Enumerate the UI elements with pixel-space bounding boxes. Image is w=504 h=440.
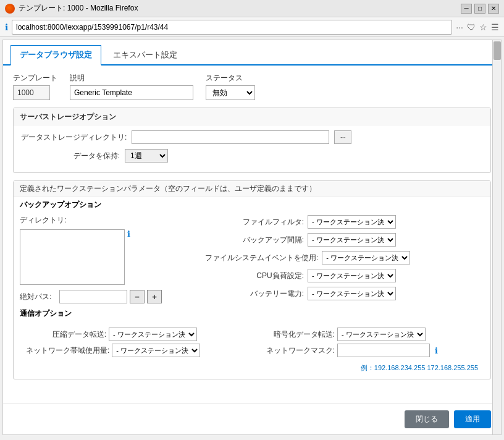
abs-path-row: 絶対パス: − + — [20, 290, 199, 303]
cpu-row: CPU負荷設定: - ワークステーション決 有効 無効 — [205, 269, 484, 282]
abs-path-label: 絶対パス: — [20, 292, 57, 302]
description-field: 説明 — [70, 73, 193, 100]
compress-row: 圧縮データ転送: - ワークステーション決 有効 無効 — [26, 328, 250, 341]
retain-label: データを保持: — [21, 151, 120, 161]
scrollbar-thumb[interactable] — [494, 41, 501, 60]
template-label: テンプレート — [13, 73, 57, 83]
description-label: 説明 — [70, 73, 193, 83]
info-icon: ℹ — [5, 22, 8, 32]
comms-grid: 圧縮データ転送: - ワークステーション決 有効 無効 暗号化データ転送: - … — [20, 323, 484, 362]
network-usage-label: ネットワーク帯域使用量: — [26, 345, 109, 356]
backup-interval-label: バックアップ間隔: — [205, 235, 304, 245]
firefox-icon — [5, 4, 15, 14]
directory-row: データストレージディレクトリ: ··· — [21, 130, 483, 144]
bookmark-icon[interactable]: 🛡 — [467, 22, 476, 32]
comms-title: 通信オプション — [20, 308, 484, 319]
backup-interval-row: バックアップ間隔: - ワークステーション決 有効 無効 — [205, 233, 484, 247]
tab-data-browser[interactable]: データブラウザ設定 — [10, 45, 101, 66]
backup-options: ディレクトリ: ℹ 絶対パス: − + ファイルフィルタ: — [14, 210, 490, 308]
server-storage-title: サーバストレージオプション — [14, 108, 490, 125]
window-title: テンプレート: 1000 - Mozilla Firefox — [19, 3, 138, 14]
encrypt-select[interactable]: - ワークステーション決 有効 無効 — [337, 328, 426, 341]
backup-left: ディレクトリ: ℹ 絶対パス: − + — [20, 215, 199, 303]
close-btn[interactable]: 閉じる — [405, 410, 449, 428]
server-storage-section: サーバストレージオプション データストレージディレクトリ: ··· データを保持… — [13, 108, 491, 173]
network-mask-input[interactable] — [337, 344, 430, 357]
cpu-select[interactable]: - ワークステーション決 有効 無効 — [308, 269, 396, 282]
scrollbar[interactable] — [492, 40, 501, 434]
form-area: テンプレート 説明 ステータス 無効 有効 サーバストレージオプション — [3, 66, 501, 425]
header-row: テンプレート 説明 ステータス 無効 有効 — [13, 73, 491, 100]
compress-label: 圧縮データ転送: — [26, 329, 106, 340]
abs-path-input[interactable] — [59, 290, 127, 303]
filesystem-row: ファイルシステムイベントを使用: - ワークステーション決 有効 無効 — [205, 251, 484, 264]
directory-label: データストレージディレクトリ: — [21, 132, 127, 143]
directory-label-ws: ディレクトリ: — [20, 215, 199, 226]
network-mask-row: ネットワークマスク: ℹ — [254, 344, 478, 357]
title-bar: テンプレート: 1000 - Mozilla Firefox ─ □ ✕ — [0, 0, 504, 17]
bottom-bar: 閉じる 適用 — [3, 404, 501, 434]
server-storage-content: データストレージディレクトリ: ··· データを保持: 1週 2週 1ヶ月 3ヶ… — [14, 125, 490, 172]
filesystem-select[interactable]: - ワークステーション決 有効 無効 — [322, 251, 410, 264]
compress-select[interactable]: - ワークステーション決 有効 無効 — [109, 328, 197, 341]
template-input — [13, 85, 50, 100]
workstation-section: 定義されたワークステーションパラメータ（空のフィールドは、ユーザ定義のままです）… — [13, 180, 491, 379]
abs-path-plus-btn[interactable]: + — [147, 290, 162, 303]
minimize-button[interactable]: ─ — [461, 4, 472, 14]
battery-row: バッテリー電力: - ワークステーション決 有効 無効 — [205, 287, 484, 300]
file-filter-row: ファイルフィルタ: - ワークステーション決 有効 無効 — [205, 215, 484, 229]
cpu-label: CPU負荷設定: — [205, 271, 304, 281]
description-input[interactable] — [70, 85, 193, 100]
apply-btn[interactable]: 適用 — [454, 410, 491, 428]
tab-expert[interactable]: エキスパート設定 — [104, 45, 187, 64]
status-select-wrapper: 無効 有効 — [206, 85, 255, 100]
encrypt-label: 暗号化データ転送: — [254, 329, 335, 340]
network-mask-label: ネットワークマスク: — [254, 345, 335, 356]
directory-info-icon: ℹ — [127, 229, 130, 239]
directory-textarea[interactable] — [20, 229, 125, 285]
retain-row: データを保持: 1週 2週 1ヶ月 3ヶ月 — [21, 149, 483, 163]
menu-icon[interactable]: ☰ — [491, 22, 499, 32]
file-filter-select[interactable]: - ワークステーション決 有効 無効 — [308, 215, 396, 229]
filesystem-label: ファイルシステムイベントを使用: — [205, 253, 318, 263]
browse-button[interactable]: ··· — [334, 130, 351, 144]
status-field: ステータス 無効 有効 — [206, 73, 255, 100]
status-label: ステータス — [206, 73, 255, 83]
backup-title: バックアップオプション — [14, 197, 490, 210]
network-usage-row: ネットワーク帯域使用量: - ワークステーション決 有効 無効 — [26, 344, 250, 357]
title-controls: ─ □ ✕ — [461, 4, 499, 14]
maximize-button[interactable]: □ — [474, 4, 485, 14]
address-icons: ··· 🛡 ☆ ☰ — [456, 22, 499, 32]
template-field: テンプレート — [13, 73, 57, 100]
star-icon[interactable]: ☆ — [479, 22, 487, 32]
title-left: テンプレート: 1000 - Mozilla Firefox — [5, 3, 138, 14]
comms-section: 通信オプション 圧縮データ転送: - ワークステーション決 有効 無効 暗号化デ… — [14, 308, 490, 379]
example-text: 例：192.168.234.255 172.168.255.255 — [20, 362, 484, 376]
address-bar: ℹ ··· 🛡 ☆ ☰ — [0, 17, 504, 37]
dots-icon[interactable]: ··· — [456, 22, 463, 32]
retain-select[interactable]: 1週 2週 1ヶ月 3ヶ月 — [125, 149, 168, 163]
directory-input[interactable] — [132, 130, 329, 144]
close-button[interactable]: ✕ — [488, 4, 499, 14]
tabs-container: データブラウザ設定 エキスパート設定 — [3, 40, 501, 66]
content-area: データブラウザ設定 エキスパート設定 テンプレート 説明 ステータス 無効 有効 — [2, 40, 502, 435]
abs-path-minus-btn[interactable]: − — [130, 290, 145, 303]
encrypt-row: 暗号化データ転送: - ワークステーション決 有効 無効 — [254, 328, 478, 341]
status-select[interactable]: 無効 有効 — [206, 85, 255, 100]
battery-label: バッテリー電力: — [205, 289, 304, 299]
address-input[interactable] — [12, 20, 452, 35]
backup-interval-select[interactable]: - ワークステーション決 有効 無効 — [308, 233, 396, 247]
network-usage-select[interactable]: - ワークステーション決 有効 無効 — [112, 344, 200, 357]
battery-select[interactable]: - ワークステーション決 有効 無効 — [308, 287, 396, 300]
workstation-header: 定義されたワークステーションパラメータ（空のフィールドは、ユーザ定義のままです） — [14, 181, 490, 197]
file-filter-label: ファイルフィルタ: — [205, 217, 304, 227]
network-mask-info-icon: ℹ — [435, 346, 438, 355]
backup-right: ファイルフィルタ: - ワークステーション決 有効 無効 バックアップ間隔: -… — [205, 215, 484, 303]
